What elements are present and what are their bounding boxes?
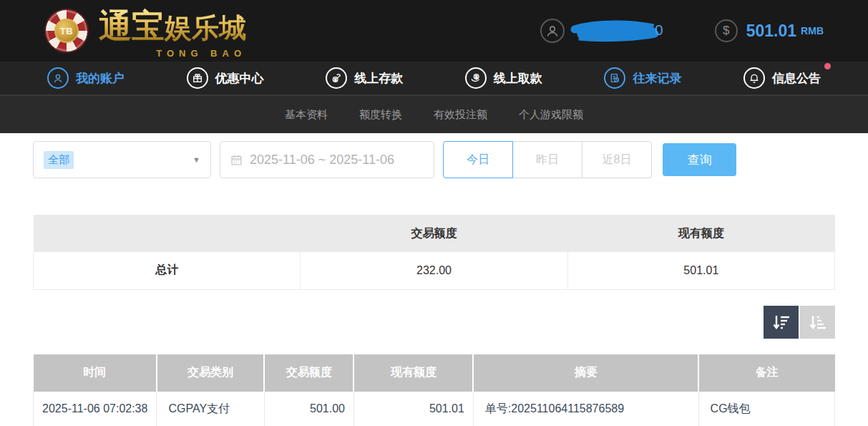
nav-item-withdraw[interactable]: $ 线上取款	[465, 67, 542, 89]
today-button[interactable]: 今日	[443, 141, 513, 178]
sort-controls	[33, 306, 835, 339]
tx-header-amount: 交易额度	[264, 354, 353, 392]
logo-text: 通宝娱乐城 TONG BAO	[99, 4, 246, 57]
subnav-item-valid-bets[interactable]: 有效投注额	[434, 108, 487, 122]
nav-item-announcements[interactable]: 信息公告	[743, 67, 821, 89]
tx-remark: CG钱包	[698, 392, 834, 426]
top-header: TB 通宝娱乐城 TONG BAO 0 $ 501.01 RMB	[0, 0, 868, 62]
nav-label: 优惠中心	[215, 70, 264, 87]
subnav-item-personal-limits[interactable]: 个人游戏限额	[519, 108, 583, 122]
gift-icon	[187, 67, 208, 89]
nav-label: 线上存款	[354, 70, 403, 87]
tx-header-balance: 现有额度	[353, 354, 473, 392]
dollar-icon: $	[715, 19, 738, 42]
transaction-type-select[interactable]: 全部 ▼	[33, 141, 211, 178]
tx-header-remark: 备注	[698, 354, 834, 392]
username-redacted-scribble: 0	[569, 16, 663, 45]
casino-chip-icon: TB	[46, 10, 87, 52]
tx-time: 2025-11-06 07:02:38	[34, 392, 157, 426]
svg-text:$: $	[475, 74, 478, 80]
nav-label: 往来记录	[633, 70, 681, 87]
logo-title-main: 通宝	[99, 8, 165, 44]
last-8-days-button[interactable]: 近8日	[582, 141, 652, 178]
tx-header-time: 时间	[34, 354, 157, 392]
summary-table: 交易额度 现有额度 总计 232.00 501.01	[33, 215, 835, 290]
main-nav: 我的账户 优惠中心 ¥ 线上存款 $ 线上取款	[0, 62, 868, 96]
account-icon	[47, 67, 69, 89]
summary-total-current-amount: 501.01	[567, 252, 834, 289]
search-button[interactable]: 查询	[663, 143, 736, 176]
nav-item-records[interactable]: 往来记录	[604, 67, 681, 89]
user-account[interactable]: 0	[540, 16, 663, 45]
quick-range-button-group: 今日 昨日 近8日	[443, 141, 652, 178]
sub-nav: 基本资料 额度转换 有效投注额 个人游戏限额	[0, 96, 868, 133]
deposit-hand-coin-icon: ¥	[326, 67, 347, 89]
chip-monogram: TB	[54, 19, 79, 43]
logo-subtitle: TONG BAO	[156, 48, 246, 59]
calendar-icon	[230, 154, 243, 166]
transactions-header-row: 时间 交易类别 交易额度 现有额度 摘要 备注	[34, 354, 835, 392]
site-logo[interactable]: TB 通宝娱乐城 TONG BAO	[46, 4, 246, 57]
tx-summary: 单号:202511064115876589	[473, 392, 698, 426]
tx-type: CGPAY支付	[157, 392, 264, 426]
selected-type: 全部	[44, 151, 74, 169]
user-icon	[540, 19, 565, 43]
balance-currency: RMB	[801, 25, 824, 37]
transactions-table: 时间 交易类别 交易额度 现有额度 摘要 备注 2025-11-06 07:02…	[33, 354, 835, 426]
summary-total-label: 总计	[34, 252, 301, 289]
date-range-picker[interactable]: 2025-11-06 ~ 2025-11-06	[220, 141, 434, 178]
subnav-item-credit-transfer[interactable]: 额度转换	[359, 108, 402, 122]
summary-total-row: 总计 232.00 501.01	[34, 252, 835, 289]
filter-row: 全部 ▼ 2025-11-06 ~ 2025-11-06 今日 昨日 近8日 查…	[33, 141, 835, 178]
table-row: 2025-11-06 07:02:38 CGPAY支付 501.00 501.0…	[34, 392, 835, 426]
withdraw-hand-coin-icon: $	[465, 67, 487, 89]
header-right: 0 $ 501.01 RMB	[540, 0, 824, 62]
nav-item-deposit[interactable]: ¥ 线上存款	[326, 67, 403, 89]
sort-descending-button[interactable]	[764, 306, 799, 339]
tx-header-type: 交易类别	[157, 354, 264, 392]
summary-header-empty	[34, 215, 301, 252]
records-clipboard-icon	[604, 67, 625, 89]
tx-balance: 501.01	[353, 392, 473, 426]
summary-header-current-amount: 现有额度	[567, 215, 834, 252]
chevron-down-icon: ▼	[192, 155, 200, 164]
svg-text:¥: ¥	[334, 77, 337, 82]
notification-dot	[824, 63, 831, 69]
sort-ascending-button[interactable]	[800, 306, 835, 339]
yesterday-button[interactable]: 昨日	[512, 141, 582, 178]
nav-label: 我的账户	[76, 70, 125, 87]
tx-header-summary: 摘要	[473, 354, 698, 392]
nav-label: 信息公告	[772, 70, 821, 87]
subnav-item-basic-info[interactable]: 基本资料	[285, 108, 328, 122]
username-visible-char: 0	[655, 21, 663, 39]
nav-item-my-account[interactable]: 我的账户	[47, 67, 125, 89]
summary-header-row: 交易额度 现有额度	[34, 215, 835, 252]
logo-title: 通宝娱乐城	[99, 4, 246, 49]
logo-title-rest: 娱乐城	[165, 13, 246, 43]
balance[interactable]: $ 501.01 RMB	[715, 19, 824, 42]
nav-item-promotions[interactable]: 优惠中心	[187, 67, 264, 89]
tx-amount: 501.00	[264, 392, 353, 426]
date-range-value: 2025-11-06 ~ 2025-11-06	[250, 153, 394, 168]
content-area: 全部 ▼ 2025-11-06 ~ 2025-11-06 今日 昨日 近8日 查…	[0, 133, 868, 426]
nav-label: 线上取款	[494, 70, 542, 87]
summary-total-transaction-amount: 232.00	[301, 252, 567, 289]
balance-amount: 501.01	[746, 21, 796, 41]
summary-header-transaction-amount: 交易额度	[301, 215, 567, 252]
bell-icon	[743, 67, 765, 89]
